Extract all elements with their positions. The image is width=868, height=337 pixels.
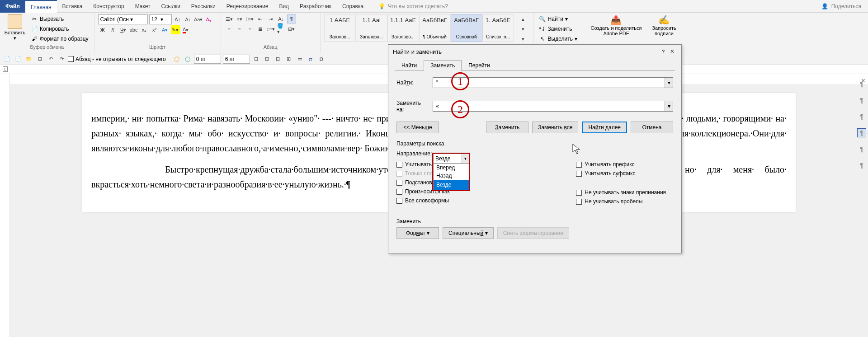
- direction-option-all[interactable]: Везде: [434, 180, 469, 190]
- subscript-button[interactable]: x₂: [140, 25, 149, 34]
- direction-option-backward[interactable]: Назад: [434, 172, 469, 180]
- word-forms-checkbox[interactable]: Все словоформы: [396, 197, 463, 204]
- tab-help[interactable]: Справка: [337, 0, 369, 13]
- grow-font-button[interactable]: A↑: [173, 15, 182, 24]
- shrink-font-button[interactable]: A↓: [184, 15, 193, 24]
- dialog-help-button[interactable]: ?: [659, 47, 668, 56]
- align-left-button[interactable]: ≡: [225, 24, 234, 33]
- align-right-button[interactable]: ≡: [245, 24, 255, 33]
- dialog-tab-goto[interactable]: Перейти: [462, 60, 497, 71]
- highlight-button[interactable]: ✎▾: [171, 25, 180, 34]
- replace-history-dropdown[interactable]: ▾: [665, 101, 673, 111]
- direction-option-forward[interactable]: Вперед: [434, 164, 469, 172]
- style-normal[interactable]: АаБбВвГ¶ Обычный: [419, 14, 451, 42]
- spacing-before-input[interactable]: 0 пт: [194, 55, 221, 64]
- tab-file[interactable]: Файл: [0, 0, 25, 13]
- adobe-request-button[interactable]: ✍ Запросить подписи: [648, 14, 680, 36]
- styles-down-button[interactable]: ▾: [519, 24, 528, 33]
- styles-up-button[interactable]: ▴: [519, 14, 528, 23]
- qat-ico5[interactable]: ▭: [295, 55, 304, 64]
- paste-button[interactable]: Вставить ▾: [4, 14, 26, 41]
- qat-ico4[interactable]: ⊞: [284, 55, 293, 64]
- styles-gallery[interactable]: 1 ААБЕЗаголов... 1.1 АаlЗаголово... 1.1.…: [324, 14, 514, 42]
- qat-ico1[interactable]: ⊟: [252, 55, 261, 64]
- ignore-whitespace-checkbox[interactable]: Не учитывать пробелы: [576, 198, 666, 205]
- increase-indent-button[interactable]: ⇥: [266, 14, 275, 23]
- line-spacing-button[interactable]: ↕≡▾: [266, 24, 275, 33]
- justify-button[interactable]: ≣: [256, 24, 265, 33]
- nav-item-5[interactable]: ¶: [857, 145, 866, 154]
- qat-undo-button[interactable]: ↶: [46, 55, 55, 64]
- style-main[interactable]: АаБбВвГОсновной: [451, 14, 482, 42]
- styles-more-button[interactable]: ▾: [519, 34, 528, 43]
- format-button[interactable]: Формат ▾: [396, 227, 439, 239]
- style-heading2[interactable]: 1.1 АаlЗаголово...: [356, 14, 387, 42]
- no-formatting-button[interactable]: Снять форматирование: [497, 227, 569, 239]
- tab-mailings[interactable]: Рассылки: [186, 0, 221, 13]
- format-painter-button[interactable]: 🖌 Формат по образцу: [29, 34, 90, 43]
- style-list[interactable]: 1. АаБбЕСписок_н...: [482, 14, 514, 42]
- qat-circle1[interactable]: ◯: [172, 55, 181, 64]
- qat-new2-button[interactable]: 📄: [14, 55, 23, 64]
- qat-ico3[interactable]: ⊡: [274, 55, 283, 64]
- shading-button[interactable]: 🪣▾: [277, 24, 286, 33]
- tab-developer[interactable]: Разработчик: [294, 0, 337, 13]
- style-heading1[interactable]: 1 ААБЕЗаголов...: [324, 14, 356, 42]
- change-case-button[interactable]: Aa▾: [194, 15, 203, 24]
- dialog-tab-replace[interactable]: Заменить: [424, 60, 462, 71]
- tab-layout[interactable]: Макет: [130, 0, 156, 13]
- cut-button[interactable]: ✂ Вырезать: [29, 14, 90, 23]
- adobe-create-share-button[interactable]: 📤 Создать и поделиться Adobe PDF: [587, 14, 646, 36]
- spacing-after-input[interactable]: 6 пт: [223, 55, 250, 64]
- bold-button[interactable]: Ж: [98, 25, 107, 34]
- tab-references[interactable]: Ссылки: [156, 0, 186, 13]
- less-button[interactable]: << Меньше: [396, 122, 439, 133]
- find-history-dropdown[interactable]: ▾: [665, 78, 673, 88]
- tab-design[interactable]: Конструктор: [88, 0, 129, 13]
- decrease-indent-button[interactable]: ⇤: [256, 14, 265, 23]
- font-name-select[interactable]: Calibri (Осн ▾: [98, 14, 148, 24]
- tab-review[interactable]: Рецензирование: [221, 0, 274, 13]
- borders-button[interactable]: ⊞▾: [287, 24, 296, 33]
- nav-item-6[interactable]: ¶: [857, 161, 866, 170]
- nav-item-4[interactable]: ¶: [857, 128, 866, 137]
- navigation-close-button[interactable]: ×: [861, 77, 865, 85]
- qat-new-button[interactable]: 📄: [3, 55, 12, 64]
- qat-pi[interactable]: π: [306, 55, 315, 64]
- tab-selector[interactable]: L: [3, 66, 8, 72]
- font-color-button[interactable]: A▾: [181, 25, 190, 34]
- strikethrough-button[interactable]: abc: [129, 25, 138, 34]
- italic-button[interactable]: К: [108, 25, 118, 34]
- qat-open-button[interactable]: 📁: [24, 55, 33, 64]
- copy-button[interactable]: 📄 Копировать: [29, 24, 90, 33]
- multilevel-button[interactable]: ⁝≡▾: [245, 14, 255, 23]
- superscript-button[interactable]: x²: [150, 25, 159, 34]
- tab-home[interactable]: Главная: [25, 0, 57, 13]
- direction-select-arrow[interactable]: ▼: [462, 154, 469, 163]
- find-next-button[interactable]: Найти далее: [582, 122, 627, 133]
- tab-insert[interactable]: Вставка: [57, 0, 88, 13]
- dialog-tab-find[interactable]: Найти: [395, 60, 424, 71]
- tell-me-box[interactable]: 💡 Что вы хотите сделать?: [378, 3, 448, 10]
- show-hide-button[interactable]: ¶: [287, 14, 296, 23]
- cancel-button[interactable]: Отмена: [631, 122, 673, 133]
- underline-button[interactable]: Ч▾: [119, 25, 128, 34]
- qat-table-button[interactable]: ⊞: [35, 55, 44, 64]
- vertical-ruler[interactable]: [0, 74, 10, 337]
- text-effects-button[interactable]: A▾: [160, 25, 170, 34]
- replace-button[interactable]: ᵃ⤸ Заменить: [537, 24, 579, 33]
- sort-button[interactable]: A↓: [277, 14, 286, 23]
- share-button[interactable]: 👤 Поделиться: [821, 3, 861, 10]
- qat-ico2[interactable]: ⊞: [263, 55, 272, 64]
- dialog-close-button[interactable]: ×: [668, 47, 677, 56]
- font-size-select[interactable]: 12 ▾: [149, 14, 172, 24]
- nav-item-2[interactable]: ¶: [857, 96, 866, 105]
- select-button[interactable]: ↖ Выделить ▾: [537, 34, 579, 43]
- align-center-button[interactable]: ≡: [235, 24, 244, 33]
- direction-select[interactable]: Везде ▼: [433, 154, 469, 164]
- qat-circle2[interactable]: ◯: [183, 55, 192, 64]
- clear-formatting-button[interactable]: Aᵩ: [204, 15, 213, 24]
- qat-redo-button[interactable]: ↷: [57, 55, 66, 64]
- find-button[interactable]: 🔍 Найти ▾: [537, 14, 579, 23]
- match-suffix-checkbox[interactable]: Учитывать суффикс: [576, 170, 666, 177]
